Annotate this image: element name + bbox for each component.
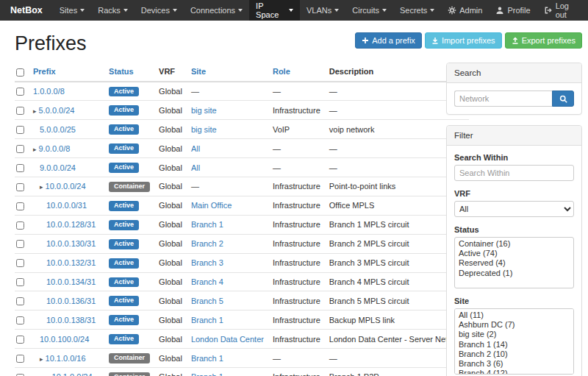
role-cell: — [268,82,325,101]
prefix-table-body: ▸1.0.0.0/8 Active Global — — — ▸5.0.0.0/… [15,82,469,376]
site-link[interactable]: big site [191,106,217,115]
site-option[interactable]: All (11) [456,311,572,320]
row-checkbox[interactable] [16,316,24,324]
prefix-link[interactable]: 5.0.0.0/24 [39,106,75,115]
prefix-link[interactable]: 10.0.0.134/31 [46,277,96,286]
prefix-link[interactable]: 10.0.0.138/31 [46,316,96,324]
site-link[interactable]: Branch 2 [191,239,223,248]
prefix-link[interactable]: 10.0.0.136/31 [46,297,96,305]
prefix-link[interactable]: 5.0.0.0/25 [40,125,76,134]
site-option[interactable]: Ashburn DC (7) [456,320,572,330]
role-cell: Infrastructure [268,311,325,330]
prefix-link[interactable]: 10.1.0.0/16 [46,354,86,363]
sort-role-header[interactable]: Role [273,67,290,76]
brand-link[interactable]: NetBox [0,0,53,21]
row-checkbox[interactable] [16,221,24,230]
row-checkbox[interactable] [16,336,24,344]
site-link[interactable]: London Data Center [191,335,264,344]
row-checkbox[interactable] [16,259,24,267]
row-checkbox[interactable] [16,202,24,210]
site-empty: — [191,87,199,96]
prefix-link[interactable]: 10.0.0.0/31 [46,201,87,210]
nav-item-secrets[interactable]: Secrets [393,0,441,21]
sort-status-header[interactable]: Status [109,67,134,76]
row-checkbox[interactable] [16,126,24,134]
role-cell: Infrastructure [268,367,325,376]
row-checkbox[interactable] [16,145,24,153]
status-option[interactable]: Reserved (4) [456,258,572,268]
row-checkbox[interactable] [16,164,24,172]
site-link[interactable]: Branch 1 [191,372,223,376]
select-all-checkbox[interactable] [16,68,24,77]
site-option[interactable]: Branch 2 (10) [456,350,572,359]
vrf-cell: Global [154,330,187,349]
import-icon [431,37,439,44]
site-link[interactable]: Branch 3 [191,258,223,267]
search-button[interactable] [552,91,574,107]
site-link[interactable]: Branch 1 [191,316,223,324]
role-cell: — [268,349,325,368]
export-prefixes-button[interactable]: Export prefixes [505,32,582,49]
site-link[interactable]: Branch 5 [191,297,223,305]
status-filter-select[interactable]: Container (16)Active (74)Reserved (4)Dep… [454,237,574,288]
site-link[interactable]: big site [191,125,217,134]
logout-link[interactable]: Log out [537,0,588,21]
prefix-link[interactable]: 10.0.0.130/31 [46,239,96,248]
site-filter-select[interactable]: All (11)Ashburn DC (7)big site (2)Branch… [454,308,574,375]
table-row: ▸10.0.0.0/24 Container Global — Infrastr… [15,177,469,196]
site-option[interactable]: Branch 3 (6) [456,359,572,369]
site-option[interactable]: big site (2) [456,330,572,339]
status-option[interactable]: Container (16) [456,239,572,249]
status-option[interactable]: Active (74) [456,249,572,258]
nav-item-ip-space[interactable]: IP Space [249,0,300,21]
status-badge: Active [109,296,139,306]
row-checkbox[interactable] [16,297,24,305]
prefix-link[interactable]: 1.0.0.0/8 [33,87,65,96]
site-link[interactable]: All [191,144,200,153]
table-row: ▸5.0.0.0/24 Active Global big site Infra… [15,101,469,120]
row-checkbox[interactable] [16,355,24,363]
sidebar: Search Filter Search Within [446,63,582,376]
prefix-link[interactable]: 9.0.0.0/24 [40,163,76,172]
vrf-filter-select[interactable]: All [454,201,574,217]
nav-item-sites[interactable]: Sites [53,0,91,21]
site-link[interactable]: Main Office [191,201,232,210]
profile-link[interactable]: Profile [489,0,537,21]
role-cell: Infrastructure [268,177,325,196]
row-checkbox[interactable] [16,88,24,96]
search-input[interactable] [454,91,552,107]
nav-item-connections[interactable]: Connections [184,0,249,21]
add-prefix-button[interactable]: Add a prefix [355,32,422,49]
prefix-link[interactable]: 10.0.0.132/31 [46,258,96,267]
site-link[interactable]: Branch 4 [191,277,223,286]
site-link[interactable]: Branch 1 [191,354,223,363]
expand-arrow-icon: ▸ [33,146,37,153]
admin-link[interactable]: Admin [441,0,489,21]
nav-item-racks[interactable]: Racks [91,0,135,21]
site-link[interactable]: Branch 1 [191,220,223,229]
row-checkbox[interactable] [16,240,24,248]
nav-item-devices[interactable]: Devices [135,0,184,21]
sort-site-header[interactable]: Site [191,67,206,76]
prefix-link[interactable]: 10.0.100.0/24 [40,335,89,344]
site-link[interactable]: All [191,163,200,172]
row-checkbox[interactable] [16,278,24,286]
status-option[interactable]: Deprecated (1) [456,269,572,278]
chevron-down-icon [382,9,387,12]
row-checkbox[interactable] [16,183,24,191]
nav-item-circuits[interactable]: Circuits [345,0,393,21]
nav-item-vlans[interactable]: VLANs [300,0,345,21]
prefix-link[interactable]: 10.0.0.0/24 [46,182,86,191]
table-row: ▸10.0.0.136/31 Active Global Branch 5 In… [15,291,469,311]
prefix-link[interactable]: 9.0.0.0/8 [39,144,71,153]
site-option[interactable]: Branch 4 (12) [456,369,572,375]
sort-prefix-header[interactable]: Prefix [33,67,56,76]
row-checkbox[interactable] [16,107,24,115]
prefix-link[interactable]: 10.0.0.128/31 [46,220,96,229]
search-within-input[interactable] [454,165,574,181]
status-badge: Container [109,372,150,376]
prefix-link[interactable]: 10.1.0.0/24 [52,372,93,376]
vrf-cell: Global [154,158,187,177]
import-prefixes-button[interactable]: Import prefixes [425,32,502,49]
site-option[interactable]: Branch 1 (14) [456,340,572,350]
